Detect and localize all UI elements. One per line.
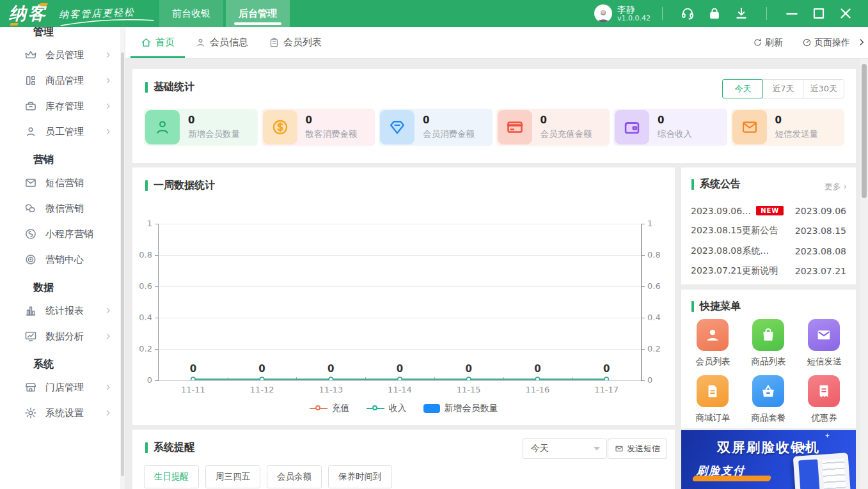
tab-label: 会员列表: [283, 36, 322, 49]
x-axis-label: 11-13: [308, 385, 353, 394]
chevron-right-icon: [104, 332, 112, 340]
maximize-button[interactable]: [810, 5, 827, 22]
app-body: 管理会员管理商品管理库存管理员工管理营销短信营销微信营销小程序营销营销中心数据统…: [0, 27, 868, 489]
data-point-label: 0: [180, 363, 206, 375]
reminder-tab[interactable]: 生日提醒: [144, 465, 199, 488]
chevron-right-icon: [104, 307, 112, 314]
stat-label: 综合收入: [658, 128, 692, 140]
stat-value: 0: [541, 114, 592, 126]
y-axis-tick: [641, 286, 645, 287]
sidebar-item-target[interactable]: 营销中心: [0, 247, 125, 272]
sidebar-item-monitor[interactable]: 数据分析: [0, 323, 125, 349]
stat-value: 0: [423, 114, 475, 126]
legend-item[interactable]: 充值: [310, 403, 350, 414]
mode-tab-0[interactable]: 前台收银: [159, 0, 223, 27]
tab-会员信息[interactable]: 会员信息: [185, 27, 258, 58]
y-axis-label: 0.8: [647, 250, 669, 260]
sidebar-item-wechat[interactable]: 微信营销: [0, 196, 125, 221]
tab-label: 首页: [155, 36, 175, 49]
stat-card: 0散客消费金额: [262, 109, 375, 146]
sidebar-scrollbar[interactable]: [120, 27, 125, 489]
send-sms-button[interactable]: 发送短信: [608, 439, 667, 459]
announcement-title: 2023.07.21更新说明: [691, 265, 778, 277]
stat-label: 会员消费金额: [423, 128, 475, 140]
sidebar-item-miniprogram[interactable]: 小程序营销: [0, 221, 125, 247]
sidebar-item-inventory[interactable]: 库存管理: [0, 93, 125, 119]
reminder-tab[interactable]: 周三四五: [205, 465, 260, 488]
y-axis-tick: [641, 349, 645, 350]
quick-item-q-coupon[interactable]: 优惠券: [796, 375, 852, 424]
panel-title: 快捷菜单: [691, 300, 741, 313]
stat-card: 0会员充值金额: [496, 109, 610, 146]
quick-item-q-basket[interactable]: 商品套餐: [741, 375, 796, 424]
data-point-label: 0: [594, 363, 619, 375]
sidebar-item-label: 营销中心: [45, 254, 84, 266]
quick-item-q-mail[interactable]: 短信发送: [796, 319, 852, 368]
sidebar-item-goods[interactable]: 商品管理: [0, 68, 125, 93]
diamond-icon: [380, 110, 414, 144]
page-actions-expand-icon[interactable]: [857, 38, 866, 47]
chevron-right-icon: [104, 384, 112, 391]
quick-item-label: 短信发送: [807, 356, 841, 368]
refresh-icon: [753, 38, 762, 47]
envelope-icon: [732, 110, 767, 144]
logo-text: 纳客: [9, 3, 47, 23]
announcement-row[interactable]: 2023.07.21更新说明2023.07.21: [681, 261, 856, 282]
main-scrollbar-thumb[interactable]: [862, 64, 867, 198]
sidebar-item-person[interactable]: 员工管理: [0, 119, 125, 144]
tab-首页[interactable]: 首页: [130, 27, 185, 58]
range-button[interactable]: 近30天: [803, 79, 844, 98]
sidebar-item-store[interactable]: 门店管理: [0, 375, 125, 400]
announcement-row[interactable]: 2023.09.06…NEW2023.09.06: [681, 201, 856, 221]
gear-icon: [24, 407, 37, 419]
sidebar-section-heading: 系统: [0, 349, 125, 375]
main-scrollbar[interactable]: [860, 59, 868, 489]
sidebar-item-crown[interactable]: 会员管理: [0, 42, 125, 68]
mode-tab-1[interactable]: 后台管理: [226, 0, 290, 27]
sidebar-item-barchart[interactable]: 统计报表: [0, 298, 125, 323]
avatar: [594, 4, 612, 22]
sparkle-icon: [825, 433, 830, 439]
range-button[interactable]: 今天: [722, 79, 763, 98]
minimize-button[interactable]: [784, 5, 800, 22]
stat-text: 0会员消费金额: [423, 114, 475, 140]
action-gauge[interactable]: 页面操作: [802, 37, 850, 49]
quick-item-q-person[interactable]: 会员列表: [685, 319, 741, 368]
announcement-row[interactable]: 2023.08.08系统…2023.08.08: [681, 241, 856, 261]
support-icon[interactable]: [681, 6, 695, 20]
basic-stats-panel: 基础统计 今天近7天近30天 0新增会员数量0散客消费金额0会员消费金额0会员充…: [132, 69, 856, 163]
reminder-tab[interactable]: 保养时间到: [328, 465, 392, 488]
stat-label: 短信发送量: [775, 128, 819, 140]
y-axis-tick: [641, 318, 645, 318]
close-button[interactable]: [837, 5, 854, 22]
legend-bar-swatch: [423, 404, 440, 413]
title-accent-bar: [691, 301, 694, 312]
action-label: 刷新: [765, 37, 783, 49]
more-link[interactable]: 更多 ›: [825, 181, 847, 192]
announcement-row[interactable]: 2023.08.15更新公告2023.08.15: [681, 221, 856, 242]
sidebar-item-envelope[interactable]: 短信营销: [0, 170, 125, 196]
legend-item[interactable]: 收入: [367, 403, 407, 414]
reminder-tab[interactable]: 会员余额: [267, 465, 322, 488]
quick-item-q-doc[interactable]: 商城订单: [685, 375, 741, 424]
x-axis-label: 11-17: [584, 385, 629, 394]
action-refresh[interactable]: 刷新: [753, 37, 783, 49]
quick-item-q-bag[interactable]: 商品列表: [741, 319, 796, 368]
tab-会员列表[interactable]: 会员列表: [258, 27, 332, 58]
pos-device-graphic: [793, 453, 851, 489]
reminder-day-select[interactable]: 今天: [523, 439, 607, 459]
user-info[interactable]: 李静 v1.0.0.42: [594, 4, 651, 23]
app-version: v1.0.0.42: [617, 15, 651, 23]
data-point-label: 0: [318, 363, 343, 375]
lock-icon[interactable]: [707, 6, 722, 20]
ad-banner[interactable]: 双屏刷脸收银机 刷脸支付: [681, 430, 856, 489]
sidebar-scrollbar-thumb[interactable]: [121, 52, 124, 476]
download-icon[interactable]: [734, 6, 748, 20]
goods-icon: [24, 74, 37, 87]
stat-value: 0: [306, 114, 358, 126]
panel-title: 基础统计: [145, 81, 194, 94]
q-doc-icon: [697, 375, 729, 407]
legend-item[interactable]: 新增会员数量: [423, 403, 498, 414]
range-button[interactable]: 近7天: [762, 79, 803, 98]
sidebar-item-gear[interactable]: 系统设置: [0, 400, 125, 426]
